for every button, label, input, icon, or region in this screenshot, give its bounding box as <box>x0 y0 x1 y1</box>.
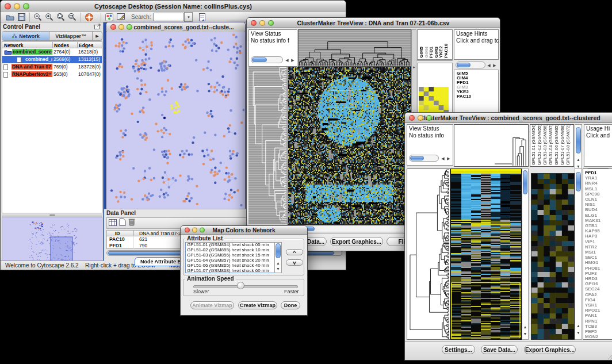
slider-thumb[interactable] <box>237 282 244 289</box>
gene-label[interactable]: MSL1 <box>585 186 612 191</box>
column-label[interactable]: GPL51-01 (GSM854) <box>531 124 536 165</box>
zoom-in-icon[interactable] <box>44 12 55 22</box>
correlation-matrix-canvas[interactable] <box>419 87 449 114</box>
column-header-id[interactable]: ID <box>115 231 120 236</box>
scroll-down-icon[interactable]: ▼ <box>575 330 582 336</box>
close-icon[interactable] <box>185 228 190 233</box>
column-dendrogram-canvas[interactable] <box>298 29 411 67</box>
heatmap-canvas[interactable] <box>288 67 411 225</box>
minimize-icon[interactable] <box>259 20 265 26</box>
column-labels-panel[interactable]: GIM5GIM4PFD1GIM3YKE2PAC10 <box>417 29 453 60</box>
minimize-icon[interactable] <box>14 3 20 10</box>
scroll-right-icon[interactable]: ▶ <box>446 156 452 162</box>
network-list-row[interactable]: combined_sco2569(6)13112(15) <box>2 56 102 63</box>
scroll-left-icon[interactable]: ◀ <box>440 156 446 162</box>
network-list-row[interactable]: DNA and Tran 07769(0)183728(0) <box>2 63 102 71</box>
gene-label[interactable]: YSH1 <box>585 302 612 308</box>
view-status-hscrollbar[interactable] <box>251 56 283 63</box>
gene-label[interactable]: BUD4 <box>585 207 612 212</box>
gene-label[interactable]: PAN1 <box>585 313 612 318</box>
column-dendrogram-canvas[interactable] <box>454 125 528 166</box>
network-list-row[interactable]: combined_scores2764(0)16218(0) <box>2 48 102 56</box>
move-up-button[interactable]: ^ <box>286 249 303 255</box>
column-label[interactable]: GPL51-06 (GSM865) <box>554 124 559 165</box>
animation-speed-slider[interactable] <box>193 285 298 288</box>
done-button[interactable]: Done <box>281 301 300 309</box>
gene-label[interactable]: PFD1 <box>585 170 612 175</box>
column-label[interactable]: GPL51-02 (GSM855) <box>537 124 542 165</box>
gene-label[interactable]: HAP3 <box>585 233 612 239</box>
new-attribute-icon[interactable] <box>119 218 126 228</box>
gene-label[interactable]: MSI1 <box>585 250 612 255</box>
column-header-edges[interactable]: Edges <box>79 43 94 48</box>
scroll-up-icon[interactable]: ▲ <box>575 323 582 329</box>
scrollbar-thumb[interactable] <box>523 170 527 194</box>
column-labels-panel[interactable]: GPL51-01 (GSM854)GPL51-02 (GSM855)GPL51-… <box>530 124 574 167</box>
delete-attribute-icon[interactable] <box>128 218 135 228</box>
gene-label[interactable]: SEC1 <box>585 255 612 260</box>
scroll-right-icon[interactable]: ▶ <box>290 58 296 63</box>
network-view-canvas[interactable] <box>107 32 244 209</box>
column-label[interactable]: GPL51-07 (GSM868) <box>560 124 565 165</box>
row-dendrogram-canvas[interactable] <box>407 168 450 340</box>
gene-label[interactable]: PEP5 <box>585 329 612 334</box>
column-label[interactable]: GPL51-04 (GSM857) <box>549 124 553 165</box>
scrollbar-thumb[interactable] <box>252 58 267 62</box>
column-dendrogram-panel[interactable] <box>454 124 529 167</box>
column-labels-vscrollbar[interactable]: ▲ ▼ <box>575 124 582 173</box>
close-icon[interactable] <box>251 20 257 26</box>
scrollbar-thumb[interactable] <box>576 127 581 154</box>
save-icon[interactable] <box>16 12 27 22</box>
main-titlebar[interactable]: Cytoscape Desktop (Session Name: collins… <box>1 1 346 13</box>
column-label[interactable]: GIM5 <box>419 47 424 58</box>
gene-label[interactable]: HRD3 <box>585 276 612 281</box>
tab-network[interactable]: Network <box>2 32 49 40</box>
secondary-heatmap-canvas[interactable] <box>531 173 575 340</box>
minimize-icon[interactable] <box>418 115 423 121</box>
scroll-left-icon[interactable]: ◀ <box>284 58 290 63</box>
float-panel-icon[interactable] <box>94 21 101 32</box>
gene-label[interactable]: GTB1 <box>585 223 612 228</box>
row-label[interactable]: PAC10 <box>457 94 498 99</box>
minimize-icon[interactable] <box>118 24 124 30</box>
gene-label[interactable]: MON2 <box>585 334 612 339</box>
gene-label[interactable]: GPI16 <box>585 281 612 286</box>
gene-label[interactable]: PUF3 <box>585 271 612 276</box>
animate-vizmap-button[interactable]: Animate Vizmap <box>190 301 234 309</box>
search-dropdown-icon[interactable]: ▼ <box>184 12 193 22</box>
move-down-button[interactable]: v <box>286 259 303 266</box>
column-label[interactable]: GPL51-03 (GSM856) <box>543 124 548 165</box>
zoom-window-icon[interactable] <box>268 20 274 26</box>
gene-label[interactable]: VIP1 <box>585 239 612 244</box>
open-file-icon[interactable] <box>4 12 16 22</box>
scroll-left-icon[interactable]: ◀ <box>486 63 492 68</box>
treeview-dna-titlebar[interactable]: ClusterMaker TreeView : DNA and Tran 07-… <box>247 18 500 28</box>
attribute-list[interactable]: GPL51-01 (GSM854) heat shock 05 minGPL51… <box>185 242 282 273</box>
view-status-hscrollbar[interactable] <box>409 155 439 162</box>
network-name[interactable]: combined_scores <box>12 49 52 55</box>
gene-label[interactable]: CLN1 <box>585 197 612 202</box>
scrollbar-thumb[interactable] <box>457 63 471 67</box>
map-colors-titlebar[interactable]: Map Colors to Network <box>181 226 307 235</box>
column-label[interactable]: GPL51-08 (GSM872) <box>566 124 571 165</box>
gene-label[interactable]: NTR2 <box>585 244 612 250</box>
attribute-list-item[interactable]: GPL51-07 (GSM868) heat shock 60 min <box>186 269 281 273</box>
search-input[interactable] <box>153 13 184 21</box>
gene-label[interactable]: FIG4 <box>585 297 612 302</box>
scroll-right-icon[interactable]: ▶ <box>492 63 498 68</box>
gene-label[interactable]: SPC98 <box>585 191 612 197</box>
tab-vizmapper[interactable]: VizMapper™ <box>49 32 92 40</box>
zoom-window-icon[interactable] <box>200 228 205 233</box>
gene-label[interactable]: RPN1 <box>585 319 612 324</box>
network-table-header[interactable]: Network Nodes Edges <box>2 41 102 48</box>
zoom-selected-icon[interactable] <box>55 12 67 22</box>
select-attributes-icon[interactable] <box>109 218 117 228</box>
gene-label[interactable]: CPA2 <box>585 292 612 297</box>
import-table-icon[interactable] <box>196 12 208 22</box>
gene-label[interactable]: MAK31 <box>585 218 612 223</box>
column-label[interactable]: PAC10 <box>444 44 449 58</box>
gene-labels-panel[interactable]: PFD1YRA1RNR4MSL1SPC98CLN1NIS1BUD4ELG1MAK… <box>583 168 612 340</box>
heatmap-vscrollbar[interactable]: ▲ ▼ <box>522 168 529 340</box>
tab-overflow-button[interactable]: ▶ <box>92 32 102 40</box>
settings-button[interactable]: Settings... <box>442 345 475 354</box>
